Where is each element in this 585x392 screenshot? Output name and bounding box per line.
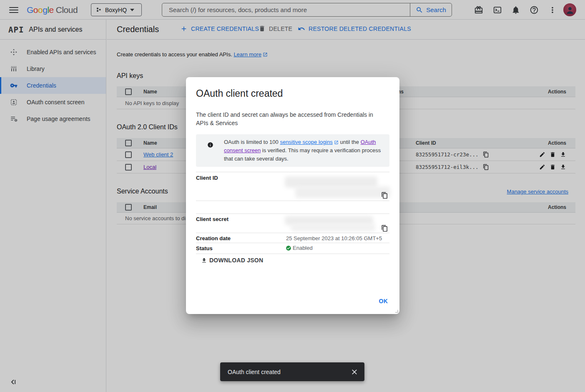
client-secret-label: Client secret (196, 216, 228, 222)
notice-box: OAuth is limited to 100 sensitive scope … (196, 134, 389, 167)
copy-client-secret-icon[interactable] (381, 225, 388, 232)
toast-notification: OAuth client created (220, 362, 364, 381)
dialog-subtitle: The client ID and secret can always be a… (196, 111, 384, 127)
info-icon (207, 142, 213, 148)
download-json-button[interactable]: DOWNLOAD JSON (201, 257, 263, 264)
client-id-redacted-value (285, 176, 377, 188)
check-circle-icon (286, 245, 291, 251)
notice-text: OAuth is limited to 100 sensitive scope … (224, 138, 382, 163)
dialog-title: OAuth client created (196, 88, 283, 99)
client-id-redacted-value (295, 186, 390, 198)
download-json-label: DOWNLOAD JSON (209, 257, 263, 264)
resize-handle[interactable] (395, 309, 398, 313)
copy-client-id-icon[interactable] (381, 192, 388, 199)
notice-part: until the (339, 139, 361, 145)
creation-date-value: 25 September 2023 at 10:26:05 GMT+5 (286, 235, 382, 241)
client-secret-redacted-value (291, 224, 375, 231)
client-id-label: Client ID (196, 175, 218, 181)
toast-message: OAuth client created (228, 369, 350, 375)
oauth-client-created-dialog: OAuth client created The client ID and s… (186, 77, 399, 314)
status-text: Enabled (293, 245, 313, 251)
close-icon[interactable] (350, 368, 359, 376)
notice-part: OAuth is limited to 100 (224, 139, 280, 145)
external-link-icon (334, 140, 339, 145)
creation-date-label: Creation date (196, 235, 231, 241)
ok-button[interactable]: OK (377, 296, 390, 306)
sensitive-scope-logins-link[interactable]: sensitive scope logins (280, 139, 332, 145)
status-label: Status (196, 245, 213, 251)
download-icon (201, 257, 207, 264)
status-value: Enabled (286, 245, 313, 251)
